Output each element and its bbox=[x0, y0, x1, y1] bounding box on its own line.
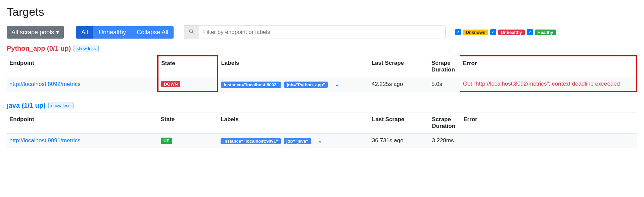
page-title: Targets bbox=[7, 5, 637, 18]
th-state: State bbox=[158, 56, 218, 77]
table-row: http://localhost:8092/metrics DOWN insta… bbox=[7, 77, 637, 92]
filter-button-group: All Unhealthy Collapse All bbox=[76, 26, 174, 39]
group-header-python: Python_app (0/1 up) show less bbox=[7, 45, 637, 52]
legend: ✓ Unknown ✓ Unhealthy ✓ Healthy bbox=[455, 29, 556, 35]
chevron-down-icon[interactable]: ⌄ bbox=[318, 138, 322, 144]
search-icon bbox=[184, 25, 199, 39]
group-title-python: Python_app (0/1 up) bbox=[7, 45, 71, 52]
healthy-checkbox[interactable]: ✓ bbox=[527, 29, 533, 35]
label-job: job="java" bbox=[284, 138, 311, 144]
th-duration: Scrape Duration bbox=[429, 112, 461, 134]
th-labels: Labels bbox=[218, 112, 369, 134]
targets-table-python: Endpoint State Labels Last Scrape Scrape… bbox=[7, 55, 637, 92]
th-last-scrape: Last Scrape bbox=[369, 56, 429, 77]
th-labels: Labels bbox=[218, 56, 369, 77]
label-job: job="Python_app" bbox=[284, 82, 328, 88]
table-row: http://localhost:9091/metrics UP instanc… bbox=[7, 134, 637, 148]
legend-unhealthy: Unhealthy bbox=[498, 30, 525, 35]
search-input[interactable] bbox=[199, 26, 446, 39]
endpoint-link[interactable]: http://localhost:8092/metrics bbox=[9, 81, 81, 87]
state-badge-down: DOWN bbox=[161, 81, 180, 87]
duration-cell: 5.0s bbox=[429, 77, 460, 92]
duration-cell: 3.228ms bbox=[429, 134, 461, 148]
caret-down-icon: ▾ bbox=[56, 29, 59, 36]
filter-unhealthy-button[interactable]: Unhealthy bbox=[93, 26, 131, 39]
label-instance: instance="localhost:8092" bbox=[221, 82, 281, 88]
endpoint-link[interactable]: http://localhost:9091/metrics bbox=[9, 137, 81, 144]
th-endpoint: Endpoint bbox=[7, 56, 158, 77]
unhealthy-checkbox[interactable]: ✓ bbox=[490, 29, 496, 35]
chevron-down-icon[interactable]: ⌄ bbox=[335, 81, 339, 88]
label-instance: instance="localhost:9091" bbox=[221, 138, 281, 144]
th-duration: Scrape Duration bbox=[429, 56, 460, 77]
state-badge-up: UP bbox=[161, 138, 172, 144]
targets-table-java: Endpoint State Labels Last Scrape Scrape… bbox=[7, 112, 637, 148]
toolbar: All scrape pools ▾ All Unhealthy Collaps… bbox=[7, 25, 637, 39]
filter-all-button[interactable]: All bbox=[76, 26, 93, 39]
error-text: Get "http://localhost:8092/metrics": con… bbox=[463, 81, 620, 87]
scrape-pools-dropdown[interactable]: All scrape pools ▾ bbox=[7, 26, 64, 39]
legend-healthy: Healthy bbox=[535, 30, 556, 35]
show-less-button[interactable]: show less bbox=[74, 45, 99, 52]
legend-unknown: Unknown bbox=[463, 30, 488, 35]
th-state: State bbox=[158, 112, 218, 134]
scrape-pools-label: All scrape pools bbox=[11, 29, 54, 36]
collapse-all-button[interactable]: Collapse All bbox=[131, 26, 174, 39]
th-error: Error bbox=[461, 112, 637, 134]
last-scrape-cell: 36.731s ago bbox=[369, 134, 429, 148]
last-scrape-cell: 42.225s ago bbox=[369, 77, 429, 92]
svg-point-0 bbox=[190, 30, 193, 33]
group-header-java: java (1/1 up) show less bbox=[7, 102, 637, 109]
th-endpoint: Endpoint bbox=[7, 112, 158, 134]
search-container bbox=[184, 25, 446, 39]
th-error: Error bbox=[460, 56, 637, 77]
show-less-button[interactable]: show less bbox=[48, 102, 74, 109]
svg-line-1 bbox=[192, 32, 193, 34]
th-last-scrape: Last Scrape bbox=[369, 112, 429, 134]
unknown-checkbox[interactable]: ✓ bbox=[455, 29, 461, 35]
group-title-java: java (1/1 up) bbox=[7, 102, 46, 109]
error-cell bbox=[461, 134, 637, 148]
